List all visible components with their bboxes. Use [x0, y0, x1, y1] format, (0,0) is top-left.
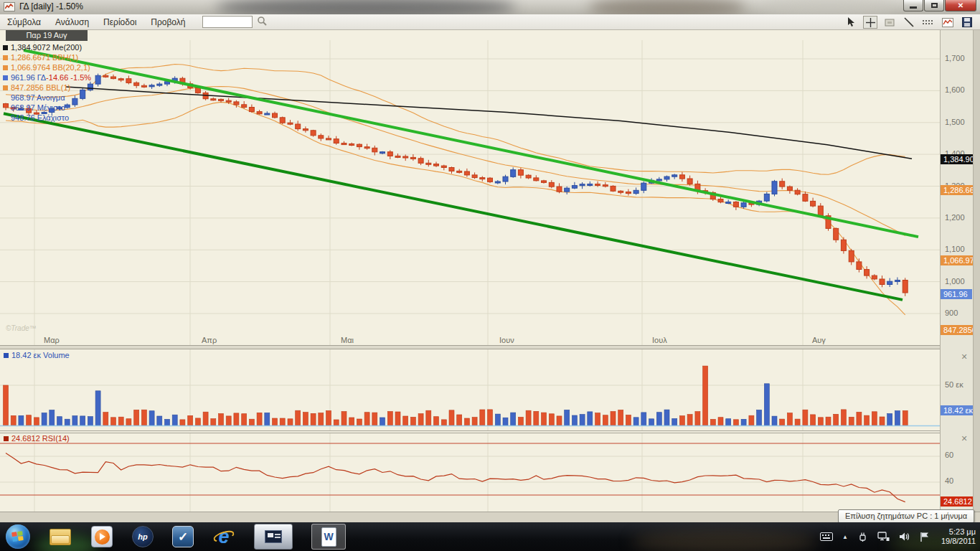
- volume-bar: [580, 415, 585, 425]
- volume-bar: [795, 419, 800, 425]
- taskbar-glass-blob: [631, 529, 818, 551]
- volume-panel[interactable]: [0, 349, 940, 430]
- volume-bar: [219, 414, 224, 426]
- volume-bar: [434, 417, 439, 425]
- legend-text: 968.97 Ανοιγμα: [11, 93, 65, 103]
- titlebar-glass-blob: [215, 0, 517, 14]
- price-tag: 18.42 εκ: [941, 405, 974, 415]
- volume-bar: [57, 417, 62, 425]
- candle-body: [426, 163, 431, 164]
- volume-bar: [296, 410, 301, 425]
- candle-body: [672, 175, 677, 176]
- legend-marker: [3, 45, 8, 50]
- price-chart-panel[interactable]: [0, 30, 940, 345]
- legend-text: 1,384.9072 Me(200): [11, 42, 82, 52]
- volume-bar: [633, 418, 639, 425]
- candle-body: [495, 182, 500, 183]
- candle-body: [633, 190, 639, 193]
- chart-app-taskbar-button[interactable]: [254, 524, 293, 550]
- trendline-tool-icon[interactable]: [902, 16, 916, 29]
- checkmark-app-taskbar-icon[interactable]: ✓: [172, 526, 194, 547]
- candle-body: [626, 192, 631, 194]
- volume-bar: [542, 413, 547, 425]
- internet-explorer-taskbar-icon[interactable]: e: [212, 525, 235, 548]
- volume-bar: [141, 410, 146, 425]
- candle-body: [511, 170, 516, 177]
- volume-tray-icon[interactable]: [899, 532, 910, 542]
- volume-bar: [649, 419, 654, 425]
- candle-body: [811, 201, 816, 206]
- rsi-panel[interactable]: [0, 433, 940, 512]
- legend-marker: [3, 95, 8, 100]
- volume-bar: [588, 412, 593, 425]
- candle-body: [857, 262, 862, 270]
- candle-body: [334, 139, 339, 143]
- candle-body: [880, 279, 885, 285]
- search-icon[interactable]: [257, 16, 267, 28]
- word-taskbar-button[interactable]: W: [311, 524, 346, 550]
- crosshair-tool-icon[interactable]: [863, 16, 877, 29]
- zoom-box-tool-icon[interactable]: [882, 16, 897, 29]
- media-player-taskbar-icon[interactable]: [90, 525, 113, 548]
- minimize-button[interactable]: [903, 0, 923, 11]
- volume-bar: [111, 418, 116, 425]
- select-tool-icon[interactable]: [844, 16, 858, 29]
- candle-body: [895, 281, 900, 282]
- volume-bar: [503, 418, 508, 425]
- candle-body: [841, 240, 846, 250]
- axis-tick-label: 1,200: [945, 213, 965, 222]
- volume-bar: [172, 415, 177, 425]
- action-center-flag-icon[interactable]: [920, 532, 930, 542]
- dotted-line-tool-icon[interactable]: [921, 16, 936, 29]
- network-tray-icon[interactable]: [877, 532, 890, 542]
- save-icon[interactable]: [960, 16, 974, 29]
- tray-clock[interactable]: 5:23 μμ 19/8/2011: [941, 527, 976, 546]
- volume-bar: [464, 418, 469, 425]
- action-center-tooltip: Επίλυση ζητημάτων PC : 1 μήνυμα: [838, 509, 974, 523]
- explorer-taskbar-icon[interactable]: [49, 525, 72, 548]
- volume-bar: [118, 417, 123, 425]
- volume-bar: [495, 414, 500, 425]
- menu-symbols[interactable]: Σύμβολα: [0, 16, 48, 29]
- menu-view[interactable]: Προβολή: [143, 16, 192, 29]
- volume-bar: [895, 411, 900, 425]
- candle-body: [372, 148, 377, 152]
- hp-taskbar-icon[interactable]: hp: [132, 526, 154, 547]
- menu-periods[interactable]: Περίοδοι: [96, 16, 143, 29]
- volume-bar: [857, 412, 862, 425]
- volume-bar: [188, 415, 193, 425]
- volume-bar: [526, 410, 531, 425]
- volume-bar: [195, 418, 200, 425]
- panel-splitter[interactable]: [0, 430, 940, 431]
- chart-style-icon[interactable]: [941, 16, 955, 29]
- rsi-panel-close-icon[interactable]: ✕: [960, 435, 969, 443]
- legend-row: 1,286.6671 BBH(1): [3, 52, 91, 62]
- power-tray-icon[interactable]: [857, 532, 868, 542]
- show-hidden-icons-arrow[interactable]: ▲: [842, 534, 848, 540]
- legend-marker: [3, 55, 8, 60]
- candle-body: [849, 250, 854, 262]
- candle-body: [733, 202, 738, 207]
- close-button[interactable]: ✕: [945, 0, 976, 11]
- candle-body: [803, 194, 808, 202]
- volume-bar: [34, 418, 39, 425]
- trendline[interactable]: [24, 50, 918, 237]
- candle-body: [157, 84, 162, 85]
- candle-body: [395, 156, 400, 157]
- candle-body: [664, 176, 669, 179]
- menu-analysis[interactable]: Ανάλυση: [48, 16, 96, 29]
- volume-panel-close-icon[interactable]: ✕: [960, 353, 969, 362]
- volume-bar: [403, 416, 408, 425]
- volume-bar: [534, 411, 539, 425]
- system-tray: ▲ 5:23 μμ 19/8/2011: [820, 522, 976, 551]
- candle-body: [603, 185, 608, 187]
- legend-text: 948.76 Ελάχιστο: [11, 113, 69, 123]
- keyboard-tray-icon[interactable]: [820, 532, 833, 541]
- candle-body: [219, 99, 224, 100]
- candle-body: [726, 202, 731, 204]
- symbol-search-input[interactable]: [202, 16, 253, 28]
- start-button[interactable]: [6, 524, 30, 549]
- maximize-button[interactable]: [924, 0, 944, 11]
- volume-bar: [656, 413, 661, 425]
- window-scrollbar[interactable]: [973, 30, 980, 512]
